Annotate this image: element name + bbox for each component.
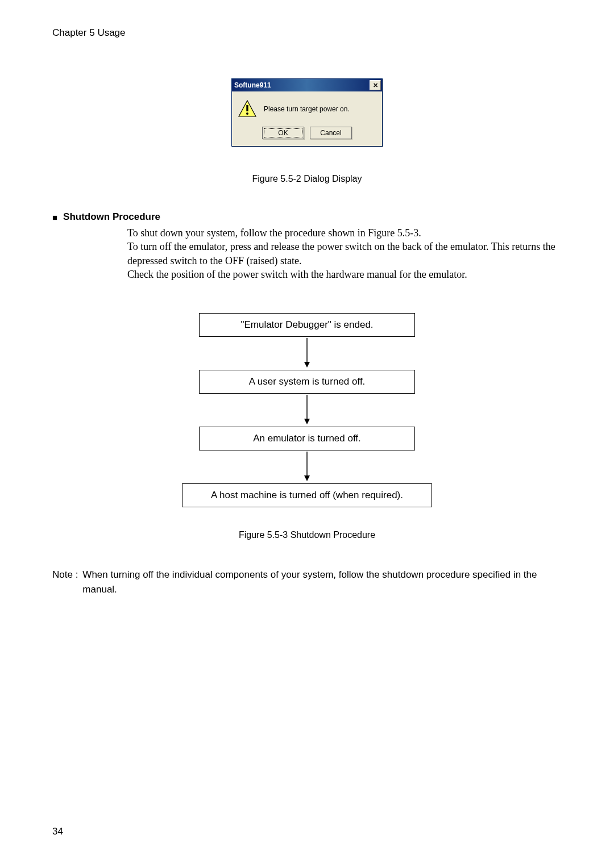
flow-arrow-icon xyxy=(303,450,311,483)
figure-caption-1: Figure 5.5-2 Dialog Display xyxy=(52,174,562,184)
section-heading: ■ Shutdown Procedure xyxy=(52,211,562,223)
close-icon: ✕ xyxy=(373,82,378,89)
dialog-message: Please turn target power on. xyxy=(264,105,350,113)
flow-step-2: A user system is turned off. xyxy=(199,370,415,394)
flowchart-figure: "Emulator Debugger" is ended. A user sys… xyxy=(52,313,562,507)
body-p2: To turn off the emulator, press and rele… xyxy=(127,240,562,268)
dialog-title: Softune911 xyxy=(234,81,271,89)
dialog-figure: Softune911 ✕ Please turn target power on… xyxy=(52,78,562,147)
flow-step-3: An emulator is turned off. xyxy=(199,427,415,450)
page-number: 34 xyxy=(52,826,63,837)
dialog-buttons: OK Cancel xyxy=(232,122,382,146)
section-title: Shutdown Procedure xyxy=(63,211,160,223)
dialog-body: Please turn target power on. xyxy=(232,91,382,122)
warning-icon xyxy=(238,99,257,119)
body-p3: Check the position of the power switch w… xyxy=(127,268,562,281)
svg-marker-4 xyxy=(304,362,310,368)
cancel-button[interactable]: Cancel xyxy=(310,127,352,139)
svg-marker-6 xyxy=(304,419,310,424)
note-block: Note : When turning off the individual c… xyxy=(52,567,562,596)
close-button[interactable]: ✕ xyxy=(370,80,381,90)
flow-step-1: "Emulator Debugger" is ended. xyxy=(199,313,415,337)
note-text: When turning off the individual componen… xyxy=(82,567,562,596)
dialog-titlebar: Softune911 ✕ xyxy=(232,79,382,91)
svg-rect-1 xyxy=(246,105,248,111)
flow-step-4: A host machine is turned off (when requi… xyxy=(182,483,432,507)
flow-arrow-icon xyxy=(303,337,311,370)
svg-marker-8 xyxy=(304,475,310,481)
figure-caption-2: Figure 5.5-3 Shutdown Procedure xyxy=(52,530,562,540)
win-dialog: Softune911 ✕ Please turn target power on… xyxy=(231,78,383,147)
page-header: Chapter 5 Usage xyxy=(52,27,562,39)
body-p1: To shut down your system, follow the pro… xyxy=(127,226,562,240)
section-bullet-icon: ■ xyxy=(52,212,57,222)
ok-button[interactable]: OK xyxy=(262,127,304,139)
flowchart: "Emulator Debugger" is ended. A user sys… xyxy=(182,313,432,507)
svg-point-2 xyxy=(246,112,248,115)
flow-arrow-icon xyxy=(303,394,311,427)
note-label: Note : xyxy=(52,567,78,596)
body-paragraphs: To shut down your system, follow the pro… xyxy=(127,226,562,281)
